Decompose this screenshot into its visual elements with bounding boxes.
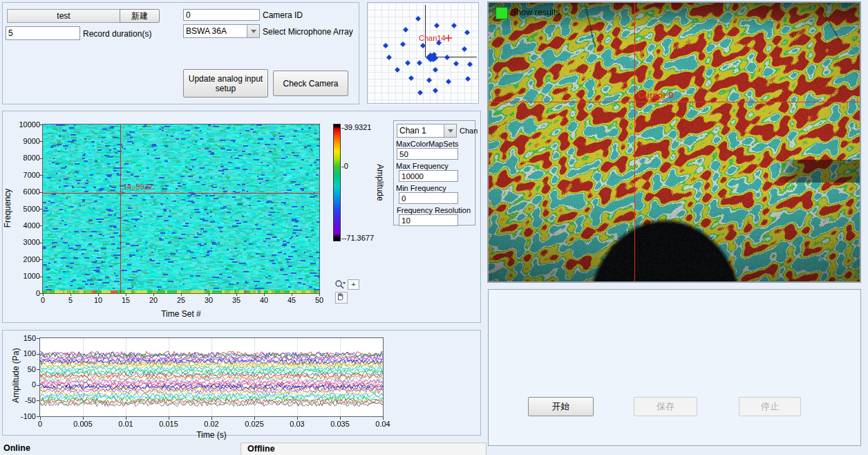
mic-array-selected-value: BSWA 36A <box>184 25 247 37</box>
spectrogram-cursor-vline[interactable] <box>120 124 121 293</box>
analysis-controls-panel: Chan 1 Chan MaxColorMapSets Max Frequenc… <box>393 120 475 225</box>
min-frequency-input[interactable] <box>399 192 458 204</box>
frequency-resolution-label: Frequency Resolution <box>397 206 471 214</box>
colorbar-zero-label: -0 <box>341 162 348 170</box>
amplitude-axis-label: Amplitude <box>375 148 385 217</box>
test-name-display[interactable]: test <box>7 9 120 23</box>
camera-view-frame: Cursor 0 Show results <box>487 1 861 283</box>
show-results-indicator[interactable] <box>496 7 508 19</box>
offline-status-strip: Offline <box>240 443 487 455</box>
mic-array-panel <box>367 2 479 104</box>
check-camera-button[interactable]: Check Camera <box>273 71 348 96</box>
update-analog-input-button[interactable]: Update analog input setup <box>183 69 268 98</box>
setup-panel: test 新建 Record duration(s) Camera ID BSW… <box>2 2 359 104</box>
time-axis-label: Time (s) <box>40 430 383 440</box>
pan-tool-icon[interactable] <box>335 292 348 304</box>
show-results-label: Show results <box>511 8 560 17</box>
max-frequency-label: Max Frequency <box>396 162 449 170</box>
camera-image[interactable] <box>489 3 860 281</box>
waveform-plot-area[interactable] <box>39 337 384 417</box>
colorbar-max-label: -39.9321 <box>341 123 371 131</box>
spectrogram-plot-area[interactable]: 14, 5932 <box>42 124 320 294</box>
zoom-tool-icon[interactable] <box>334 279 347 290</box>
record-duration-label: Record duration(s) <box>83 29 151 39</box>
record-duration-input[interactable] <box>6 26 80 40</box>
chevron-down-icon[interactable] <box>444 124 456 137</box>
online-status: Online <box>3 443 30 453</box>
graph-palette: + <box>334 279 362 304</box>
colorbar-min-label: --71.3677 <box>341 234 374 242</box>
camera-cursor-vline[interactable] <box>634 3 635 281</box>
frequency-resolution-input[interactable] <box>399 214 458 226</box>
max-colormap-sets-label: MaxColorMapSets <box>396 140 458 148</box>
start-button[interactable]: 开始 <box>528 397 594 416</box>
channel-select[interactable]: Chan 1 <box>397 124 457 138</box>
camera-id-label: Camera ID <box>263 10 303 20</box>
channel-selected-value: Chan 1 <box>397 124 444 137</box>
spectrogram-cursor-label: 14, 5932 <box>123 183 153 191</box>
stop-button[interactable]: 停止 <box>739 397 801 416</box>
camera-cursor-label: Cursor 0 <box>638 91 673 100</box>
cursor-tool-icon[interactable]: + <box>348 279 359 290</box>
mic-array-label: Select Microphone Array <box>263 27 353 37</box>
max-frequency-input[interactable] <box>399 170 458 182</box>
spectrogram-image[interactable] <box>43 124 319 293</box>
transport-panel: 开始 保存 停止 <box>488 289 861 446</box>
waveform-image[interactable] <box>40 338 383 416</box>
max-colormap-sets-input[interactable] <box>397 148 458 160</box>
time-set-axis-label: Time Set # <box>43 309 319 319</box>
spectrogram-cursor-hline[interactable] <box>43 193 319 194</box>
camera-cursor-hline[interactable] <box>489 102 860 102</box>
chevron-down-icon[interactable] <box>247 25 259 37</box>
mic-array-plot[interactable] <box>368 3 478 103</box>
waveform-panel: Amplitude (Pa) Time (s) 150100500-50-100… <box>2 330 481 436</box>
new-button[interactable]: 新建 <box>120 9 160 23</box>
min-frequency-label: Min Frequency <box>396 184 446 192</box>
camera-id-input[interactable] <box>183 9 260 21</box>
channel-label: Chan <box>460 127 478 135</box>
show-results-control: Show results <box>496 7 560 19</box>
save-button[interactable]: 保存 <box>634 397 697 416</box>
offline-status: Offline <box>241 443 275 455</box>
amplitude-colorbar[interactable] <box>333 124 341 241</box>
mic-array-select[interactable]: BSWA 36A <box>183 24 260 38</box>
